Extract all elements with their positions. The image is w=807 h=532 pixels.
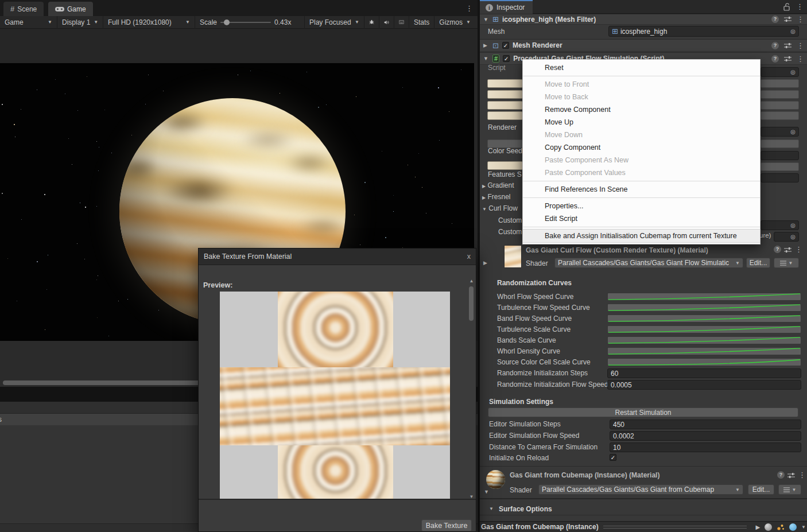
- gradient-preview-field[interactable]: [487, 111, 523, 120]
- menu-item-bake-cubemap[interactable]: Bake and Assign Initialisation Cubemap f…: [523, 229, 760, 243]
- object-picker-icon[interactable]: ◎: [790, 28, 796, 34]
- help-icon[interactable]: ?: [771, 42, 779, 49]
- distance-to-camera-field[interactable]: 10: [610, 442, 801, 452]
- component-menu-icon[interactable]: ⋮: [797, 41, 804, 50]
- gradient-field-end[interactable]: [761, 90, 799, 99]
- object-picker-icon[interactable]: ◎: [790, 69, 796, 75]
- material-list-button[interactable]: ▼: [774, 258, 799, 268]
- preview-play-icon[interactable]: ▶: [755, 524, 760, 530]
- preview-options-caret[interactable]: ▼: [801, 525, 806, 530]
- shader-dropdown[interactable]: Parallel Cascades/Gas Giants/Gas Giant F…: [554, 258, 743, 268]
- curve-field[interactable]: [607, 336, 801, 344]
- gradient-preview-field[interactable]: [487, 90, 523, 99]
- stats-button[interactable]: Stats: [409, 16, 434, 29]
- presets-icon[interactable]: [784, 16, 792, 22]
- dialog-titlebar[interactable]: Bake Texture From Material x: [199, 248, 476, 265]
- presets-icon[interactable]: [784, 247, 792, 253]
- mesh-object-field[interactable]: ⊞ icosphere_high ◎: [608, 26, 799, 37]
- gradient-field-end[interactable]: [761, 111, 799, 120]
- presets-icon[interactable]: [784, 42, 792, 49]
- mesh-renderer-header[interactable]: ▶ ⊡ ✓ Mesh Renderer ? ⋮: [480, 39, 807, 52]
- dialog-close-button[interactable]: x: [467, 253, 471, 261]
- preview-lighting-icon[interactable]: [777, 523, 785, 531]
- script-enabled-checkbox[interactable]: ✓: [503, 55, 510, 62]
- object-picker-icon[interactable]: ◎: [790, 222, 796, 228]
- gradient-field-end[interactable]: [761, 79, 799, 88]
- inspector-menu-icon[interactable]: ⋮: [796, 2, 804, 11]
- help-icon[interactable]: ?: [771, 15, 779, 23]
- script-object-field[interactable]: ◎: [761, 67, 799, 77]
- preview-sphere-icon[interactable]: [765, 523, 772, 531]
- shader-edit-button[interactable]: Edit...: [748, 484, 774, 495]
- randomize-flow-speed-field[interactable]: 0.0005: [607, 380, 801, 390]
- mesh-renderer-enabled-checkbox[interactable]: ✓: [502, 42, 509, 49]
- material-foldout-icon[interactable]: ▶: [483, 260, 489, 266]
- randomize-steps-field[interactable]: 60: [607, 368, 801, 378]
- gradient-preview-field[interactable]: [487, 101, 523, 110]
- editor-sim-flow-speed-field[interactable]: 0.0002: [610, 431, 801, 441]
- game-view-menu-icon[interactable]: ⋮: [465, 4, 473, 13]
- display-target-dropdown[interactable]: Game▼: [0, 16, 57, 29]
- mesh-filter-header[interactable]: ▼ ⊞ icosphere_high (Mesh Filter) ? ⋮: [480, 14, 807, 25]
- menu-item-edit-script[interactable]: Edit Script: [523, 212, 760, 225]
- menu-item-properties[interactable]: Properties...: [523, 200, 760, 212]
- mute-audio-button[interactable]: [379, 16, 394, 29]
- debug-bug-button[interactable]: [364, 16, 379, 29]
- value-field[interactable]: [761, 151, 799, 160]
- gradient-preview-field[interactable]: [487, 79, 523, 88]
- curve-field[interactable]: [607, 314, 801, 323]
- initialize-on-reload-checkbox[interactable]: ✓: [610, 454, 616, 461]
- restart-simulation-button[interactable]: Restart Simulation: [488, 407, 798, 417]
- scale-slider[interactable]: [220, 22, 271, 23]
- shader-edit-button[interactable]: Edit...: [746, 258, 770, 268]
- keyboard-shortcuts-button[interactable]: [394, 16, 409, 29]
- object-picker-icon[interactable]: ◎: [790, 234, 796, 240]
- curl-material-thumbnail[interactable]: [504, 245, 522, 268]
- foldout-open-icon[interactable]: ▼: [483, 17, 489, 22]
- slider-field-end[interactable]: [761, 139, 799, 148]
- material-list-button[interactable]: ▼: [778, 484, 801, 495]
- focus-mode-dropdown[interactable]: Play Focused▼: [304, 16, 364, 29]
- fresnel-foldout[interactable]: ▶ Fresnel: [482, 193, 511, 201]
- tab-inspector[interactable]: i Inspector: [480, 0, 533, 14]
- slider-field-end[interactable]: [761, 162, 799, 171]
- menu-item-move-up[interactable]: Move Up: [523, 116, 760, 129]
- menu-item-find-references[interactable]: Find References In Scene: [523, 183, 760, 196]
- custom-texture-object-field[interactable]: ◎: [761, 220, 799, 230]
- color-seed-field[interactable]: [487, 161, 523, 170]
- object-picker-icon[interactable]: ◎: [790, 129, 796, 135]
- material-preview-bar[interactable]: Gas Giant from Cubemap (Instance) ▶ ▼: [480, 521, 807, 532]
- material-foldout-icon[interactable]: ▼: [484, 489, 490, 495]
- scrollbar-thumb[interactable]: [469, 286, 474, 321]
- menu-item-remove-component[interactable]: Remove Component: [523, 103, 760, 116]
- curve-field[interactable]: [607, 325, 801, 333]
- drag-handle[interactable]: [603, 526, 747, 529]
- material-menu-icon[interactable]: ⋮: [798, 471, 806, 479]
- tab-game[interactable]: Game: [48, 2, 93, 16]
- foldout-open-icon[interactable]: ▼: [483, 56, 489, 61]
- gizmos-dropdown[interactable]: Gizmos▼: [434, 16, 475, 29]
- component-menu-icon[interactable]: ⋮: [797, 15, 804, 24]
- cubemap-material-thumbnail[interactable]: [486, 470, 505, 489]
- renderer-object-field[interactable]: ◎: [761, 127, 799, 137]
- gradient-field-end[interactable]: [761, 101, 799, 110]
- curl-flow-foldout[interactable]: ▼ Curl Flow: [482, 204, 518, 212]
- preview-environment-icon[interactable]: [789, 523, 797, 531]
- curve-field[interactable]: [607, 347, 801, 355]
- help-icon[interactable]: ?: [774, 246, 781, 253]
- scroll-up-icon[interactable]: ▲: [470, 278, 474, 284]
- custom-texture-object-field[interactable]: ◎: [774, 232, 799, 242]
- resolution-dropdown[interactable]: Full HD (1920x1080)▼: [103, 16, 195, 29]
- menu-item-reset[interactable]: Reset: [523, 61, 760, 74]
- editor-sim-steps-field[interactable]: 450: [610, 420, 801, 429]
- material-menu-icon[interactable]: ⋮: [795, 245, 802, 254]
- surface-options-row[interactable]: ▼ Surface Options: [480, 503, 807, 515]
- curve-field[interactable]: [607, 293, 801, 301]
- foldout-closed-icon[interactable]: ▶: [483, 42, 489, 48]
- display-dropdown[interactable]: Display 1▼: [57, 16, 103, 29]
- shader-dropdown[interactable]: Parallel Cascades/Gas Giants/Gas Giant f…: [538, 484, 743, 495]
- value-field[interactable]: [761, 173, 799, 182]
- help-icon[interactable]: ?: [777, 471, 785, 479]
- menu-item-copy-component[interactable]: Copy Component: [523, 141, 760, 154]
- lock-open-icon[interactable]: [783, 3, 790, 11]
